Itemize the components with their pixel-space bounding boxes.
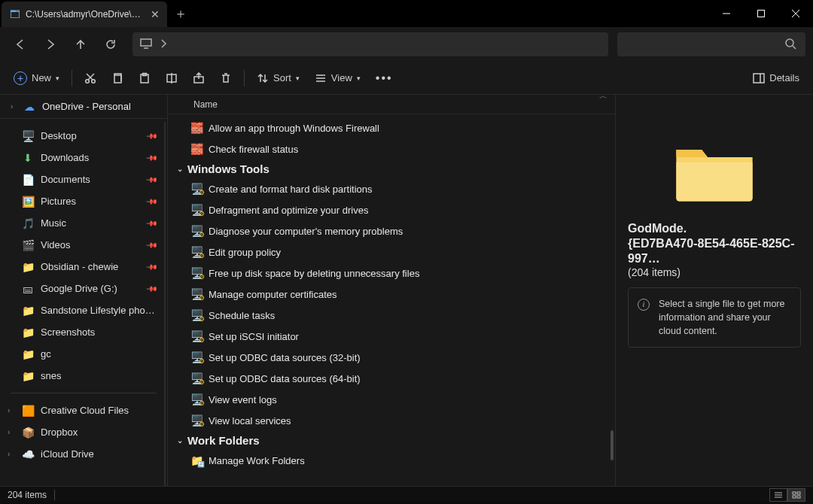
sidebar-item[interactable]: 🖴Google Drive (G:)📌 [0,278,167,299]
search-box[interactable] [617,32,805,56]
refresh-button[interactable] [98,32,123,56]
sidebar-item[interactable]: 🖥️Desktop📌 [0,125,167,147]
list-item[interactable]: 🖥️Schedule tasks [168,305,615,326]
cut-button[interactable] [77,68,104,89]
sidebar-item[interactable]: ›🟧Creative Cloud Files [0,399,167,421]
sidebar-item-icon: 🟧 [21,405,35,417]
vertical-scrollbar[interactable] [611,114,614,486]
delete-button[interactable] [212,68,239,89]
view-button[interactable]: View ▾ [307,68,368,89]
plus-circle-icon: + [14,71,27,85]
chevron-down-icon: ▾ [56,74,59,82]
paste-button[interactable] [131,68,158,89]
sidebar-item-label: Obsidian - chewie [41,261,142,272]
list-item-label: Allow an app through Windows Firewall [209,123,379,134]
file-list-pane: Name ︿ 🧱Allow an app through Windows Fir… [167,95,616,486]
sidebar-item[interactable]: 🎬Videos📌 [0,234,167,256]
up-button[interactable] [68,32,93,56]
close-window-button[interactable] [778,0,813,27]
view-mode-details-icon[interactable] [769,488,787,502]
more-button[interactable]: ••• [368,67,400,90]
sidebar-item[interactable]: 📁Obsidian - chewie📌 [0,256,167,278]
list-item-label: Schedule tasks [209,310,275,321]
sidebar-item[interactable]: ⬇Downloads📌 [0,147,167,169]
new-button[interactable]: + New ▾ [6,67,67,90]
view-mode-large-icon[interactable] [787,488,805,502]
sidebar-item-icon: 📁 [21,370,35,382]
chevron-down-icon: ▾ [296,74,300,82]
sidebar-item-label: Desktop [41,130,142,141]
svg-line-7 [793,46,796,49]
expand-icon[interactable]: › [8,428,10,436]
copy-button[interactable] [104,68,131,89]
sidebar-scrollbar[interactable] [164,122,166,486]
list-item[interactable]: 🧱Allow an app through Windows Firewall [168,117,615,138]
back-button[interactable] [8,32,33,56]
share-button[interactable] [185,68,212,89]
new-tab-button[interactable]: ＋ [167,0,194,27]
sidebar-item[interactable]: 📁gc [0,343,167,365]
sidebar-item[interactable]: 📄Documents📌 [0,169,167,190]
expand-icon[interactable]: › [8,450,10,458]
sidebar-item-label: snes [41,370,157,381]
close-tab-icon[interactable]: ✕ [151,8,160,20]
forward-button[interactable] [38,32,63,56]
svg-rect-27 [797,492,800,494]
sidebar-item[interactable]: ›📦Dropbox [0,421,167,443]
rename-button[interactable] [158,68,185,89]
list-item[interactable]: 🖥️Defragment and optimize your drives [168,199,615,220]
sidebar-item-label: Screenshots [41,326,157,338]
minimize-button[interactable] [709,0,744,27]
maximize-button[interactable] [744,0,778,27]
list-item-label: Manage computer certificates [209,289,337,300]
collapse-group-icon[interactable]: ︿ [599,90,607,102]
sidebar-item[interactable]: 📁Screenshots [0,321,167,343]
sidebar-item[interactable]: 🎵Music📌 [0,212,167,234]
list-item-icon: 🖥️ [190,393,202,405]
sidebar-item[interactable]: 📁snes [0,365,167,387]
scroll-thumb[interactable] [611,430,614,460]
list-item[interactable]: 📁Manage Work Folders [168,450,615,471]
list-item[interactable]: 🖥️Create and format hard disk partitions [168,178,615,199]
column-header-name[interactable]: Name ︿ [168,95,615,114]
group-header[interactable]: ⌄Work Folders [168,431,615,450]
group-header[interactable]: ⌄Windows Tools [168,159,615,178]
sidebar-item-onedrive[interactable]: › ☁ OneDrive - Personal [0,95,167,119]
list-item-label: Set up ODBC data sources (32-bit) [209,352,361,363]
sidebar-item[interactable]: 📁Sandstone Lifestyle photos [0,299,167,321]
pin-icon: 📌 [146,195,158,207]
details-pane-button[interactable]: Details [745,68,807,88]
tab-current[interactable]: 🗔 C:\Users\admyr\OneDrive\Des ✕ [2,2,167,27]
details-name-line2: {ED7BA470-8E54-465E-825C-997… [628,236,801,266]
svg-rect-28 [793,496,796,498]
sidebar-item-icon: 📁 [21,261,35,273]
list-item[interactable]: 🖥️Set up iSCSI initiator [168,326,615,347]
expand-icon[interactable]: › [8,406,10,414]
list-item-icon: 🖥️ [190,351,202,363]
list-item[interactable]: 🧱Check firewall status [168,138,615,159]
svg-rect-21 [754,74,764,83]
list-item[interactable]: 🖥️View event logs [168,389,615,410]
list-item[interactable]: 🖥️Set up ODBC data sources (32-bit) [168,347,615,368]
details-pane: GodMode. {ED7BA470-8E54-465E-825C-997… (… [616,95,813,486]
list-item[interactable]: 🖥️Diagnose your computer's memory proble… [168,220,615,241]
list-item-label: View event logs [209,394,277,405]
pin-icon: 📌 [146,217,158,229]
svg-rect-1 [758,11,765,17]
list-item[interactable]: 🖥️Set up ODBC data sources (64-bit) [168,368,615,389]
column-label: Name [193,99,218,110]
list-item-label: Free up disk space by deleting unnecessa… [209,268,419,279]
list-item[interactable]: 🖥️Edit group policy [168,241,615,263]
expand-icon[interactable]: › [11,102,18,111]
sort-button[interactable]: Sort ▾ [249,68,307,89]
sidebar-item[interactable]: 🖼️Pictures📌 [0,190,167,212]
breadcrumb-chevron-icon[interactable] [160,39,167,50]
list-item[interactable]: 🖥️View local services [168,410,615,431]
list-item[interactable]: 🖥️Manage computer certificates [168,284,615,305]
list-item[interactable]: 🖥️Free up disk space by deleting unneces… [168,263,615,284]
view-button-label: View [331,72,352,83]
address-bar[interactable] [132,32,608,56]
sidebar-item[interactable]: ›☁️iCloud Drive [0,443,167,465]
sort-icon [257,72,269,84]
list-item-icon: 🧱 [190,122,202,134]
